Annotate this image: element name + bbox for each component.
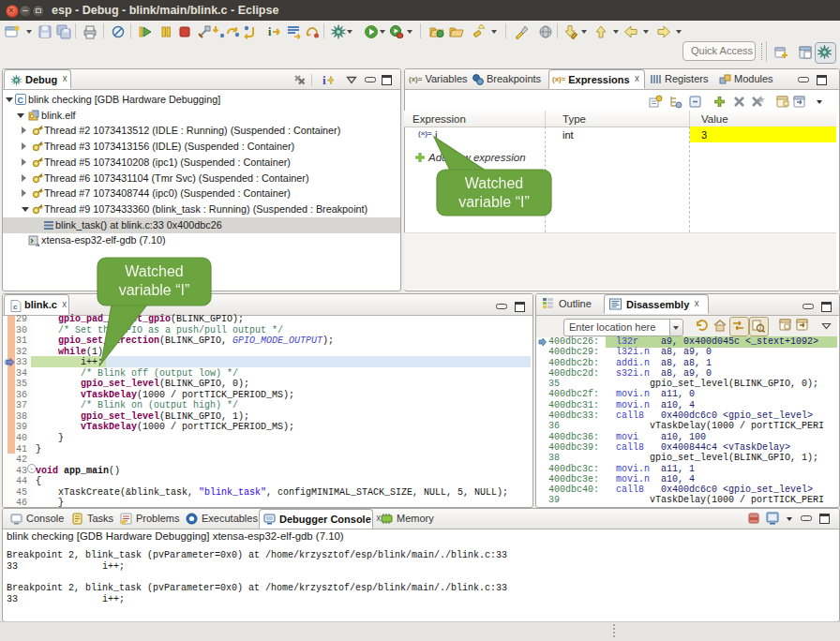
svg-text:i: i <box>322 73 326 86</box>
svg-text:c: c <box>13 303 18 311</box>
svg-text:C: C <box>18 96 24 105</box>
svg-text:i: i <box>268 25 272 38</box>
